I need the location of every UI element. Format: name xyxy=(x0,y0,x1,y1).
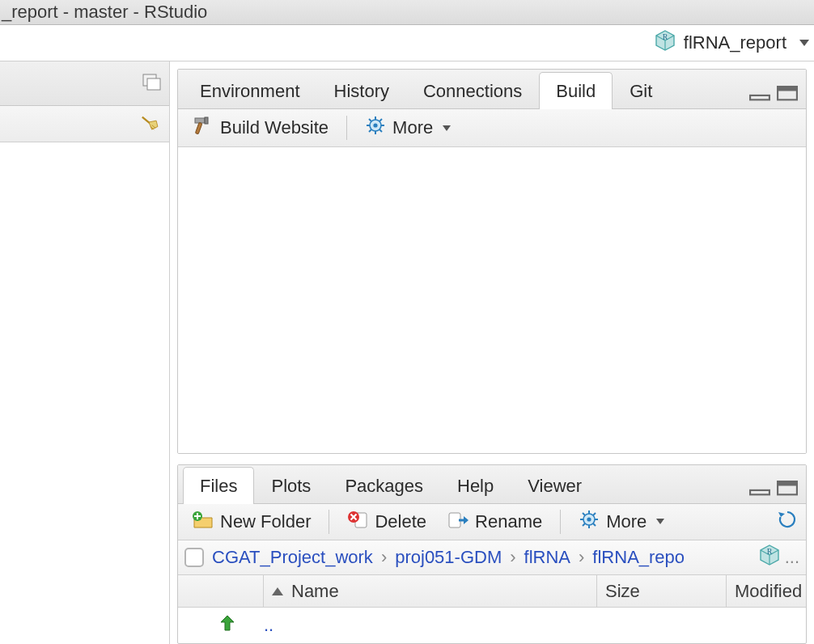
files-breadcrumb: CGAT_Project_work › proj051-GDM › flRNA … xyxy=(178,540,806,575)
maximize-pane-icon[interactable] xyxy=(777,86,798,100)
files-toolbar: New Folder Delete Rename xyxy=(178,504,806,541)
new-folder-button[interactable]: New Folder xyxy=(186,506,317,537)
top-tabstrip: Environment History Connections Build Gi… xyxy=(178,70,806,109)
tab-files[interactable]: Files xyxy=(183,467,254,504)
windows-icon[interactable] xyxy=(142,73,161,95)
col-name[interactable]: Name xyxy=(264,575,597,607)
project-icon xyxy=(655,30,676,56)
rename-label: Rename xyxy=(475,511,542,532)
hammer-icon xyxy=(193,116,214,140)
bottom-tabstrip: Files Plots Packages Help Viewer xyxy=(178,465,806,504)
breadcrumb-seg-2[interactable]: flRNA xyxy=(524,547,570,568)
breadcrumb-overflow[interactable]: ... xyxy=(785,547,799,568)
chevron-down-icon xyxy=(656,519,664,524)
gear-icon xyxy=(579,510,600,534)
files-more-button[interactable]: More xyxy=(572,506,671,537)
toolbar-separator xyxy=(346,116,347,140)
refresh-icon[interactable] xyxy=(777,510,798,534)
tab-packages[interactable]: Packages xyxy=(328,467,440,504)
sort-ascending-icon xyxy=(272,587,283,595)
window-title: _report - master - RStudio xyxy=(2,2,207,23)
minimize-pane-icon[interactable] xyxy=(749,481,770,495)
tab-plots[interactable]: Plots xyxy=(254,467,328,504)
files-table-header: Name Size Modified xyxy=(178,575,806,608)
file-name[interactable]: .. xyxy=(264,615,597,636)
maximize-pane-icon[interactable] xyxy=(777,481,798,495)
breadcrumb-separator: › xyxy=(579,547,584,568)
tab-git[interactable]: Git xyxy=(613,72,669,109)
project-picker[interactable]: flRNA_report xyxy=(655,30,809,56)
files-more-label: More xyxy=(606,511,647,532)
chevron-down-icon xyxy=(799,40,809,46)
table-row[interactable]: .. xyxy=(178,608,806,643)
build-more-label: More xyxy=(392,117,433,138)
tab-environment[interactable]: Environment xyxy=(183,72,317,109)
toolbar-separator xyxy=(560,510,561,534)
breadcrumb-seg-1[interactable]: proj051-GDM xyxy=(395,547,502,568)
rename-button[interactable]: Rename xyxy=(441,506,549,537)
project-name: flRNA_report xyxy=(684,32,786,53)
breadcrumb-separator: › xyxy=(510,547,515,568)
breadcrumb-separator: › xyxy=(381,547,387,568)
delete-label: Delete xyxy=(375,511,426,532)
window-titlebar: _report - master - RStudio xyxy=(0,0,814,25)
left-pane-header xyxy=(0,61,169,106)
new-folder-label: New Folder xyxy=(220,511,311,532)
delete-icon xyxy=(347,510,368,534)
tab-viewer[interactable]: Viewer xyxy=(511,467,599,504)
project-icon[interactable] xyxy=(759,544,780,570)
new-folder-icon xyxy=(193,510,214,534)
tab-help[interactable]: Help xyxy=(440,467,511,504)
select-all-checkbox[interactable] xyxy=(184,548,204,567)
tab-history[interactable]: History xyxy=(317,72,406,109)
col-size[interactable]: Size xyxy=(597,575,727,607)
left-pane xyxy=(0,61,170,644)
breadcrumb-seg-0[interactable]: CGAT_Project_work xyxy=(212,547,373,568)
toolbar-separator xyxy=(329,510,329,534)
tab-connections[interactable]: Connections xyxy=(406,72,539,109)
gear-icon xyxy=(365,116,386,140)
left-pane-body xyxy=(0,142,169,644)
minimize-pane-icon[interactable] xyxy=(749,86,770,100)
breadcrumb-seg-3[interactable]: flRNA_repo xyxy=(592,547,685,568)
build-more-button[interactable]: More xyxy=(358,112,457,143)
build-panel: Environment History Connections Build Gi… xyxy=(177,69,807,454)
build-toolbar: Build Website More xyxy=(178,109,806,147)
build-output xyxy=(178,147,806,453)
context-bar: flRNA_report xyxy=(0,25,814,61)
tab-build[interactable]: Build xyxy=(539,72,613,109)
chevron-down-icon xyxy=(443,125,451,131)
build-website-button[interactable]: Build Website xyxy=(186,112,335,143)
clear-icon[interactable] xyxy=(138,114,159,134)
files-panel: Files Plots Packages Help Viewer xyxy=(177,464,807,644)
parent-dir-icon xyxy=(218,616,236,636)
left-pane-toolbar xyxy=(0,106,169,142)
rename-icon xyxy=(447,510,468,534)
delete-button[interactable]: Delete xyxy=(341,506,433,537)
right-pane: Environment History Connections Build Gi… xyxy=(170,61,814,644)
build-website-label: Build Website xyxy=(220,117,329,138)
col-modified[interactable]: Modified xyxy=(727,575,806,607)
files-table: Name Size Modified xyxy=(178,575,806,643)
